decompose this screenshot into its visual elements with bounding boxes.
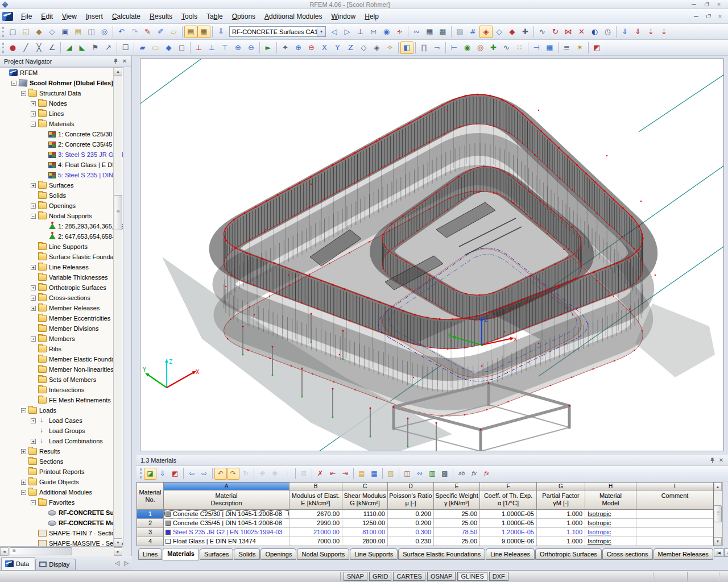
tabs-scroll-left-icon[interactable]: ◁ <box>115 560 120 566</box>
dimension-xx-button[interactable]: ∺ <box>367 26 380 38</box>
close-button[interactable]: ✕ <box>714 1 723 7</box>
clipboard-button[interactable]: ▤ <box>72 26 85 38</box>
line-mode-button[interactable]: ∿ <box>536 26 549 38</box>
undo-button[interactable]: ↶ <box>214 468 227 480</box>
cell-modulus[interactable]: 2670.00 <box>289 510 342 519</box>
cell-desc[interactable]: Concrete C35/45 | DIN 1045-1:2008-08 <box>164 519 289 528</box>
cell-comment[interactable] <box>636 510 714 519</box>
tree-item-rf-concrete-surfa[interactable]: RF-CONCRETE Surfa <box>0 508 123 518</box>
column-letter-C[interactable]: C <box>342 483 388 490</box>
tree-item-sections[interactable]: Sections <box>0 456 123 467</box>
cell-shear[interactable]: 1250.00 <box>342 519 388 528</box>
isometric-view-button[interactable]: ◇ <box>357 41 370 54</box>
tree-expander-icon[interactable]: − <box>11 81 16 86</box>
interpolate-button[interactable]: ∶ <box>281 468 293 480</box>
table-tab-solids[interactable]: Solids <box>234 548 260 560</box>
menu-view[interactable]: View <box>57 10 81 23</box>
tree-item-nodal-supports[interactable]: −Nodal Supports <box>0 211 123 221</box>
cell-comment[interactable] <box>636 537 714 546</box>
tree-expander-icon[interactable]: + <box>31 306 36 311</box>
cell-comment[interactable] <box>636 519 714 528</box>
insert-polyline-button[interactable]: ∠ <box>46 41 59 54</box>
visibility-wand-button[interactable]: ✶ <box>573 41 586 54</box>
cell-partial[interactable]: 1.000 <box>537 510 585 519</box>
scroll-left-icon[interactable]: ◄ <box>0 547 9 556</box>
comment-button[interactable]: ↗ <box>102 41 115 54</box>
insert-line-button[interactable]: ╱ <box>19 41 32 54</box>
menu-edit[interactable]: Edit <box>36 10 57 23</box>
tree-expander-icon[interactable]: + <box>31 296 36 301</box>
table-tab-surfaces[interactable]: Surfaces <box>200 548 233 560</box>
scroll-down-icon[interactable]: ▼ <box>114 538 122 547</box>
column-letter-B[interactable]: B <box>289 483 342 490</box>
insert-solid-box-button[interactable]: ◻ <box>175 41 188 54</box>
tree-item-load-groups[interactable]: Load Groups <box>0 426 123 436</box>
tree-item-solids[interactable]: Solids <box>0 190 123 201</box>
tree-item-sets-of-members[interactable]: Sets of Members <box>0 375 123 385</box>
column-letter-I[interactable]: I <box>636 483 714 490</box>
insert-member-button[interactable]: ◢ <box>63 41 76 54</box>
member-hinge-button[interactable]: ⊕ <box>231 41 245 54</box>
menu-file[interactable]: File <box>16 10 36 23</box>
menu-additional-modules[interactable]: Additional Modules <box>260 10 326 23</box>
dimension-red-button[interactable]: ∻ <box>393 26 406 38</box>
section-button[interactable]: ⊣ <box>530 41 543 54</box>
mdi-minimize-button[interactable] <box>692 13 701 19</box>
cell-weight[interactable]: 25.00 <box>434 510 480 519</box>
generate-button[interactable]: ► <box>262 41 275 54</box>
cell-shear[interactable]: 1110.00 <box>342 510 388 519</box>
tree-item-member-non-linearities[interactable]: Member Non-linearities <box>0 364 123 375</box>
next-table-button[interactable]: ⇨ <box>198 468 210 480</box>
cell-modulus[interactable]: 2990.00 <box>289 519 342 528</box>
table-view-1-button[interactable]: ▦ <box>423 26 436 38</box>
display-properties-button[interactable]: ≡ <box>560 41 573 54</box>
menu-window[interactable]: Window <box>327 10 361 23</box>
tree-item-orthotropic-surfaces[interactable]: +Orthotropic Surfaces <box>0 282 123 293</box>
cell-comment[interactable] <box>636 528 714 537</box>
scrollbar-thumb[interactable] <box>10 547 72 555</box>
insert-member-set-button[interactable]: ◣ <box>76 41 89 54</box>
tab-display[interactable]: Display <box>35 559 76 570</box>
pin-icon[interactable] <box>708 456 717 464</box>
save-button[interactable]: ▣ <box>59 26 72 38</box>
column-letter-A[interactable]: A <box>164 483 289 490</box>
tree-item-shape-thin-7-section[interactable]: SHAPE-THIN 7 - Section <box>0 528 123 538</box>
row-number-4[interactable]: 4 <box>137 537 164 546</box>
formula-button[interactable]: ƒx <box>468 468 480 480</box>
tree-expander-icon[interactable]: + <box>31 336 36 342</box>
load-jump-1-button[interactable]: ⇓ <box>618 26 631 38</box>
mdi-child-icon[interactable] <box>2 12 13 21</box>
zoom-in-button[interactable]: ⊕ <box>292 41 305 54</box>
tree-item-favorites[interactable]: −Favorites <box>0 497 123 508</box>
tree-expander-icon[interactable]: + <box>21 449 26 454</box>
table-tab-openings[interactable]: Openings <box>260 548 296 560</box>
row-number-2[interactable]: 2 <box>137 519 164 528</box>
tree-expander-icon[interactable]: − <box>31 214 36 219</box>
edit-on-screen-button[interactable]: ◪ <box>144 468 156 480</box>
tree-item-1-concrete-c25-30[interactable]: 1: Concrete C25/30 | <box>0 129 123 139</box>
select-table-button[interactable]: ▤ <box>355 468 368 480</box>
cell-model[interactable]: Isotropic <box>585 510 636 519</box>
export-selection-button[interactable]: ◩ <box>169 468 181 480</box>
plane-settings-button[interactable]: ✚ <box>519 26 532 38</box>
column-letter-E[interactable]: E <box>434 483 480 490</box>
tree-item-4-float-glass-e-din[interactable]: 4: Float Glass | E DIN <box>0 160 123 170</box>
cell-desc[interactable]: Float Glass | E DIN EN 13474 <box>164 537 289 546</box>
cell-weight[interactable]: 78.50 <box>434 528 480 537</box>
navigator-vertical-scrollbar[interactable]: ▲ ▼ <box>113 67 122 547</box>
table-vertical-scrollbar[interactable]: ▲ ▼ <box>714 482 723 546</box>
insert-opening-button[interactable]: ▭ <box>149 41 162 54</box>
previous-table-button[interactable]: ⇦ <box>185 468 198 480</box>
scroll-up-icon[interactable]: ▲ <box>114 67 122 76</box>
menu-results[interactable]: Results <box>145 10 177 23</box>
undo-button[interactable]: ↶ <box>115 26 128 38</box>
cell-thexp[interactable]: 1.0000E-05 <box>480 519 537 528</box>
tree-expander-icon[interactable]: + <box>31 418 36 423</box>
load-arrow-2-button[interactable]: ⇣ <box>657 26 671 38</box>
cell-model[interactable]: Isotropic <box>585 528 636 537</box>
zoom-out-button[interactable]: ⊖ <box>305 41 318 54</box>
status-toggle-glines[interactable]: GLINES <box>457 572 487 581</box>
deformation-button[interactable]: ✚ <box>487 41 500 54</box>
render-mode-button[interactable]: ◧ <box>400 41 413 54</box>
redo-button[interactable]: ↷ <box>227 468 239 480</box>
